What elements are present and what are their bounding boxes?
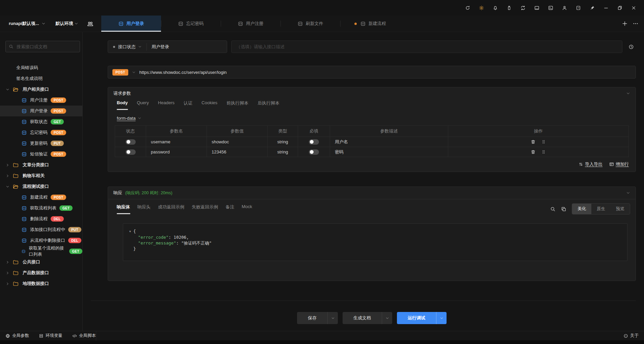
terminal-button[interactable] [544, 3, 558, 13]
response-tab[interactable]: Mock [242, 204, 252, 214]
chevron-right-icon[interactable] [6, 282, 9, 286]
minimize-button[interactable] [599, 3, 613, 13]
tree-item[interactable]: 用户相关接口 [0, 84, 82, 95]
team-icon[interactable] [87, 21, 93, 27]
request-tab-body[interactable]: Body [117, 100, 128, 110]
copy-icon[interactable] [561, 206, 566, 212]
tree-item[interactable]: 更新密码PUT [0, 138, 82, 149]
chevron-right-icon[interactable] [6, 271, 9, 275]
notifications-button[interactable] [488, 3, 502, 13]
generate-doc-button[interactable]: 生成文档 [343, 312, 392, 324]
cell-param-value[interactable]: showdoc [207, 137, 268, 147]
help-button[interactable]: ? [571, 3, 585, 13]
settings-button[interactable] [475, 3, 488, 13]
cell-param-name[interactable]: password [146, 147, 207, 157]
tree-item[interactable]: 公共接口 [0, 257, 82, 267]
view-mode-option[interactable]: 预览 [611, 204, 630, 214]
drag-handle-icon[interactable] [541, 139, 546, 144]
more-tabs-button[interactable] [633, 21, 639, 27]
chevron-down-icon[interactable] [138, 116, 141, 120]
save-button[interactable]: 保存 [297, 312, 338, 324]
response-tab[interactable]: 备注 [225, 204, 234, 214]
cell-type[interactable]: string [268, 137, 298, 147]
required-toggle[interactable] [309, 139, 319, 145]
tree-item[interactable]: 签名生成说明 [0, 73, 82, 84]
request-tab-query[interactable]: Query [137, 100, 149, 110]
tree-item[interactable]: 流程测试接口 [0, 181, 82, 192]
tree-item[interactable]: 短信验证POST [0, 149, 82, 160]
tab-2[interactable]: 忘记密码 [161, 16, 221, 32]
tree-item[interactable]: 地理数据接口 [0, 278, 82, 289]
user-button[interactable] [558, 3, 571, 13]
run-debug-button-dropdown[interactable] [436, 312, 447, 324]
chevron-down-icon[interactable] [138, 45, 142, 49]
method-badge[interactable]: POST [112, 69, 128, 76]
search-icon[interactable] [550, 206, 556, 212]
search-input[interactable] [16, 44, 77, 50]
cell-type[interactable]: string [268, 147, 298, 157]
tab-4[interactable]: 刷新文件 [280, 16, 340, 32]
response-tab[interactable]: 失败返回示例 [192, 204, 218, 214]
pin-button[interactable] [585, 3, 599, 13]
request-params-header[interactable]: 请求参数 [108, 87, 636, 99]
api-description-input[interactable] [232, 44, 622, 49]
delete-row-icon[interactable] [531, 149, 536, 154]
url-input[interactable]: https://www.showdoc.cc/server/api/user/l… [139, 70, 227, 75]
tree-item[interactable]: 添加接口到流程中PUT [0, 224, 82, 235]
tree-item[interactable]: 获取状态GET [0, 116, 82, 127]
cell-param-value[interactable]: 123456 [207, 147, 268, 157]
add-tab-button[interactable] [622, 21, 628, 27]
request-tab-认证[interactable]: 认证 [184, 100, 192, 110]
enabled-toggle[interactable] [126, 139, 136, 145]
cell-param-name[interactable]: username [146, 137, 207, 147]
view-mode-active[interactable]: 美化 [572, 204, 591, 214]
request-tab-headers[interactable]: Headers [158, 100, 175, 110]
history-button[interactable] [626, 42, 636, 52]
environment-selector[interactable]: 默认环境 [56, 21, 73, 27]
chevron-right-icon[interactable] [6, 174, 9, 178]
cell-description[interactable]: 用户名 [330, 137, 448, 147]
restore-button[interactable] [613, 3, 627, 13]
tree-item[interactable]: 从流程中删除接口DEL [0, 235, 82, 246]
request-tab-后执行脚本[interactable]: 后执行脚本 [258, 100, 279, 110]
statusbar-item[interactable]: 全局参数 [5, 333, 29, 339]
response-tab[interactable]: 响应体 [117, 204, 130, 214]
request-tab-cookies[interactable]: Cookies [202, 100, 217, 110]
tree-item[interactable]: 产品数据接口 [0, 267, 82, 278]
view-mode-option[interactable]: 原生 [591, 204, 611, 214]
response-tab[interactable]: 响应头 [137, 204, 151, 214]
api-name-field[interactable]: 用户登录 [152, 44, 169, 50]
tree-item[interactable]: 新建流程POST [0, 192, 82, 203]
tab-5[interactable]: 新建流程 [340, 16, 400, 32]
chevron-down-icon[interactable] [6, 88, 9, 91]
import-export-link[interactable]: 导入导出 [579, 161, 602, 167]
cell-description[interactable]: 密码 [330, 147, 448, 157]
required-toggle[interactable] [309, 149, 319, 155]
api-status-select[interactable]: 接口状态 [118, 44, 136, 50]
package-button[interactable] [502, 3, 516, 13]
chevron-down-icon[interactable] [74, 22, 78, 26]
response-body-viewer[interactable]: ▼{"error_code": 10206,"error_message": "… [123, 223, 627, 261]
tree-item[interactable]: 获取流程列表GET [0, 203, 82, 213]
delete-row-icon[interactable] [531, 139, 536, 144]
tree-item[interactable]: 用户登录POST [0, 106, 82, 116]
generate-doc-button-dropdown[interactable] [382, 312, 392, 324]
tab-3[interactable]: 用户注册 [221, 16, 280, 32]
sync-button[interactable] [516, 3, 530, 13]
chevron-right-icon[interactable] [6, 163, 9, 167]
tree-item[interactable]: 购物车相关 [0, 170, 82, 181]
tree-item[interactable]: 全局错误码 [0, 62, 82, 73]
tab-1[interactable]: 用户登录 [101, 16, 161, 32]
body-type-select[interactable]: form-data [117, 116, 136, 121]
drag-handle-icon[interactable] [541, 149, 546, 154]
run-debug-button[interactable]: 运行调试 [397, 312, 447, 324]
chevron-down-icon[interactable] [132, 70, 136, 74]
chevron-down-icon[interactable] [626, 191, 630, 195]
chevron-right-icon[interactable] [6, 260, 9, 264]
add-row-link[interactable]: 增加行 [609, 161, 629, 167]
enabled-toggle[interactable] [126, 149, 136, 155]
tree-item[interactable]: 获取某个流程的接口列表GET [0, 246, 82, 257]
request-tab-前执行脚本[interactable]: 前执行脚本 [226, 100, 248, 110]
chevron-down-icon[interactable] [6, 185, 9, 189]
chevron-down-icon[interactable] [42, 22, 46, 26]
